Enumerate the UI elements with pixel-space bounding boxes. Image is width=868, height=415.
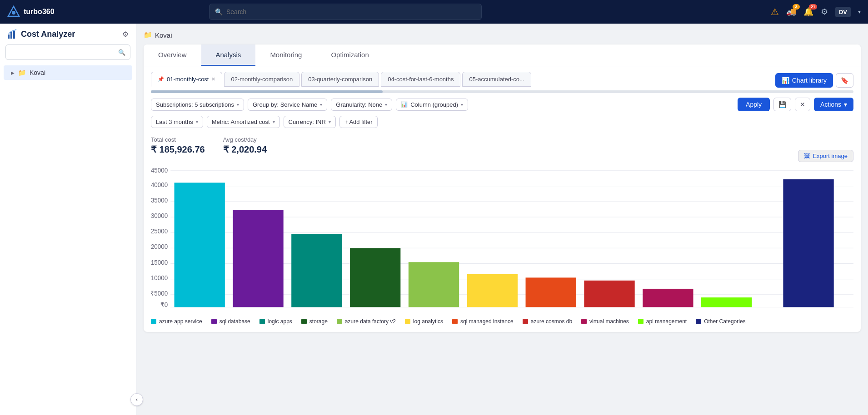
bar-virtual-machines[interactable] xyxy=(643,289,693,307)
search-bar[interactable]: 🔍 xyxy=(209,4,482,20)
bar-sql-database[interactable] xyxy=(233,210,283,307)
chart-tab-label-0: 01-monthly-cost xyxy=(167,76,209,83)
filter-subscriptions[interactable]: Subscriptions: 5 subscriptions ▾ xyxy=(151,99,244,111)
tab-monitoring[interactable]: Monitoring xyxy=(255,44,316,66)
pin-icon: 📌 xyxy=(158,76,164,82)
chevron-down-icon: ▾ xyxy=(273,119,275,124)
sidebar: Cost Analyzer ⚙ 🔍 ▶ 📁 Kovai xyxy=(0,24,136,415)
svg-text:₹10000: ₹10000 xyxy=(151,275,168,282)
legend-dot-7 xyxy=(523,319,528,324)
svg-text:₹40000: ₹40000 xyxy=(151,182,168,188)
bar-api-management[interactable] xyxy=(701,297,752,307)
export-image-label: Export image xyxy=(813,153,848,159)
close-icon-0[interactable]: ✕ xyxy=(211,76,215,82)
chevron-down-icon: ▾ xyxy=(237,102,239,107)
chart-tabs-header: 📌 01-monthly-cost ✕ 02-monthly-compariso… xyxy=(151,72,853,89)
actions-label: Actions xyxy=(820,101,841,108)
tab-analysis[interactable]: Analysis xyxy=(201,44,256,66)
truck-icon-btn[interactable]: 🚚 3 xyxy=(786,7,796,17)
total-cost-label: Total cost xyxy=(151,136,205,143)
svg-text:₹15000: ₹15000 xyxy=(151,259,168,266)
chart-tab-label-4: 05-accumulated-co... xyxy=(469,76,524,83)
apply-button[interactable]: Apply xyxy=(738,98,770,111)
chart-tabs-scroll: 📌 01-monthly-cost ✕ 02-monthly-compariso… xyxy=(151,72,772,89)
chevron-down-icon: ▾ xyxy=(858,9,861,15)
sidebar-item-kovai[interactable]: ▶ 📁 Kovai xyxy=(4,65,132,80)
bar-storage[interactable] xyxy=(350,248,400,307)
bar-azure-app-service[interactable] xyxy=(175,183,225,307)
filter-currency-label: Currency: INR xyxy=(289,119,326,125)
legend-item-6: sql managed instance xyxy=(452,318,514,325)
legend-item-3: storage xyxy=(301,318,328,325)
tab-optimization[interactable]: Optimization xyxy=(316,44,383,66)
chart-library-button[interactable]: 📊 Chart library xyxy=(775,73,833,88)
legend-label-5: log analytics xyxy=(413,318,443,325)
bar-log-analytics[interactable] xyxy=(467,274,518,307)
tab-overview[interactable]: Overview xyxy=(144,44,201,66)
legend-dot-9 xyxy=(638,319,644,324)
filter-time-range[interactable]: Last 3 months ▾ xyxy=(151,116,203,128)
truck-badge: 3 xyxy=(793,4,800,10)
legend-dot-1 xyxy=(211,319,217,324)
actions-button[interactable]: Actions ▾ xyxy=(814,98,853,111)
sidebar-item-label: Kovai xyxy=(30,69,45,76)
chart-tab-2[interactable]: 03-quarterly-comparison xyxy=(301,72,379,87)
bar-logic-apps[interactable] xyxy=(291,234,342,307)
sidebar-title: Cost Analyzer xyxy=(7,29,75,39)
filter-currency[interactable]: Currency: INR ▾ xyxy=(284,116,336,128)
bookmark-button[interactable]: 🔖 xyxy=(836,73,853,88)
svg-text:₹45000: ₹45000 xyxy=(151,167,168,174)
chevron-down-icon: ▾ xyxy=(329,119,331,124)
chevron-down-icon: ▾ xyxy=(461,102,463,107)
legend-item-4: azure data factory v2 xyxy=(337,318,396,325)
folder-icon: 📁 xyxy=(18,69,26,76)
svg-text:₹0: ₹0 xyxy=(160,301,168,308)
filter-metric[interactable]: Metric: Amortized cost ▾ xyxy=(207,116,280,128)
warning-icon: ⚠ xyxy=(771,6,779,17)
legend-label-2: logic apps xyxy=(268,318,292,325)
legend-item-5: log analytics xyxy=(405,318,443,325)
legend-dot-8 xyxy=(581,319,587,324)
gear-icon-btn[interactable]: ⚙ xyxy=(821,7,828,17)
sidebar-gear-icon[interactable]: ⚙ xyxy=(122,30,129,39)
bell-icon-btn[interactable]: 🔔 21 xyxy=(803,7,813,17)
chart-tab-4[interactable]: 05-accumulated-co... xyxy=(462,72,531,87)
search-input[interactable] xyxy=(226,8,476,15)
add-filter-button[interactable]: + Add filter xyxy=(339,116,378,128)
chevron-right-icon: ▶ xyxy=(11,70,15,75)
stats-export-row: Total cost ₹ 185,926.76 Avg cost/day ₹ 2… xyxy=(151,133,853,162)
warning-icon-btn[interactable]: ⚠ xyxy=(771,6,779,17)
sidebar-search-input[interactable] xyxy=(10,49,115,56)
breadcrumb: 📁 Kovai xyxy=(144,31,861,39)
content-card: Overview Analysis Monitoring Optimizatio… xyxy=(144,44,861,332)
save-icon-button[interactable]: 💾 xyxy=(773,98,791,111)
filter-actions: Apply 💾 ✕ Actions ▾ xyxy=(738,98,853,111)
filter-row-2: Last 3 months ▾ Metric: Amortized cost ▾… xyxy=(151,116,853,133)
filter-row-1: Subscriptions: 5 subscriptions ▾ Group b… xyxy=(151,93,853,116)
app-body: Cost Analyzer ⚙ 🔍 ▶ 📁 Kovai 📁 Kovai Over… xyxy=(0,24,868,415)
filter-group-by[interactable]: Group by: Service Name ▾ xyxy=(248,99,327,111)
nav-icons-group: ⚠ 🚚 3 🔔 21 ⚙ DV ▾ xyxy=(771,6,861,17)
sidebar-search-box[interactable]: 🔍 xyxy=(5,44,130,60)
bar-sql-managed-instance[interactable] xyxy=(526,277,576,307)
filter-subscriptions-label: Subscriptions: 5 subscriptions xyxy=(156,101,234,108)
svg-rect-4 xyxy=(13,31,15,39)
clear-icon-button[interactable]: ✕ xyxy=(795,98,810,111)
chart-tab-1[interactable]: 02-monthly-comparison xyxy=(224,72,299,87)
bar-other-categories[interactable] xyxy=(783,179,833,307)
filter-granularity-label: Granularity: None xyxy=(336,101,382,108)
filter-chart-type[interactable]: 📊 Column (grouped) ▾ xyxy=(396,99,468,111)
chart-tab-label-2: 03-quarterly-comparison xyxy=(308,76,372,83)
legend-label-6: sql managed instance xyxy=(460,318,514,325)
bar-azure-data-factory[interactable] xyxy=(409,262,459,307)
export-image-button[interactable]: 🖼 Export image xyxy=(798,150,853,162)
collapse-sidebar-button[interactable]: ‹ xyxy=(130,393,143,406)
bar-azure-cosmos-db[interactable] xyxy=(584,281,634,307)
user-avatar[interactable]: DV xyxy=(835,7,851,17)
svg-text:₹20000: ₹20000 xyxy=(151,243,168,250)
filter-granularity[interactable]: Granularity: None ▾ xyxy=(331,99,392,111)
chart-tab-3[interactable]: 04-cost-for-last-6-months xyxy=(381,72,460,87)
legend-label-8: virtual machines xyxy=(589,318,629,325)
chart-tabs-scrollbar[interactable] xyxy=(151,90,853,93)
chart-tab-0[interactable]: 📌 01-monthly-cost ✕ xyxy=(151,72,222,87)
